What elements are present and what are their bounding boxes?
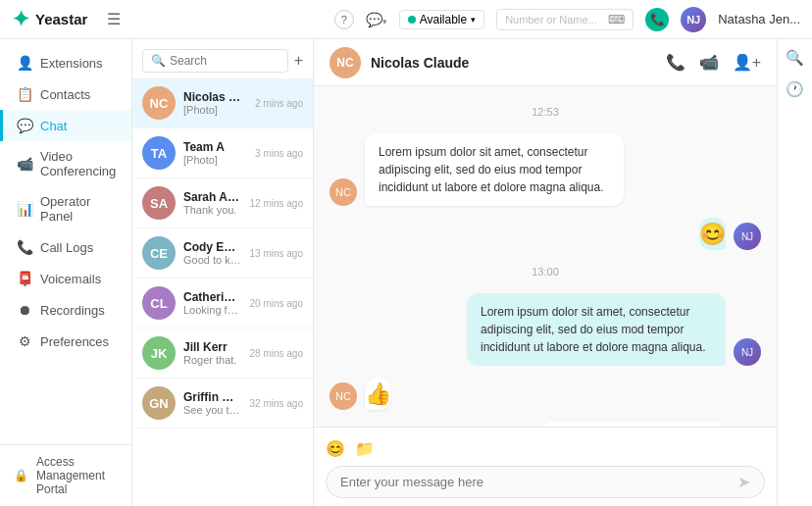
message-row-thumbs: NC 👍 bbox=[330, 378, 761, 410]
search-messages-icon[interactable]: 🔍 bbox=[786, 49, 804, 67]
chat-time: 13 mins ago bbox=[250, 248, 303, 259]
chat-info: Griffin Newton See you then. bbox=[183, 390, 242, 416]
topbar-right: ? 💬▾ Available ▾ Number or Name... ⌨ 📞 N… bbox=[334, 7, 800, 32]
sidebar: 👤 Extensions 📋 Contacts 💬 Chat 📹 Video C… bbox=[0, 39, 132, 506]
list-item[interactable]: GN Griffin Newton See you then. 32 mins … bbox=[132, 379, 313, 429]
sidebar-item-calllogs[interactable]: 📞 Call Logs bbox=[0, 231, 131, 263]
message-row-outgoing: NJ Lorem ipsum dolor sit amet, consectet… bbox=[330, 293, 761, 366]
access-management-item[interactable]: 🔒 Access Management Portal bbox=[14, 455, 118, 496]
chat-time: 12 mins ago bbox=[250, 198, 303, 209]
chat-name: Griffin Newton bbox=[183, 390, 242, 404]
add-chat-button[interactable]: + bbox=[294, 53, 303, 69]
chat-time: 32 mins ago bbox=[250, 398, 303, 409]
chat-input-area: 😊 📁 ➤ bbox=[314, 427, 777, 506]
preferences-icon: ⚙ bbox=[17, 333, 32, 349]
chat-list-header: 🔍 + bbox=[132, 39, 313, 78]
chat-info: Nicolas Claude [Photo] bbox=[183, 90, 247, 116]
video-icon: 📹 bbox=[17, 156, 32, 172]
list-item[interactable]: NC Nicolas Claude [Photo] 2 mins ago bbox=[132, 78, 313, 128]
sidebar-item-extensions[interactable]: 👤 Extensions bbox=[0, 47, 131, 78]
chat-info: Cody Easton Good to know. bbox=[183, 240, 242, 266]
user-name: Natasha Jen... bbox=[718, 12, 800, 26]
chat-preview: See you then. bbox=[183, 404, 242, 416]
chat-search[interactable]: 🔍 bbox=[142, 49, 288, 73]
sidebar-label-extensions: Extensions bbox=[40, 56, 103, 71]
list-item[interactable]: CL Catherine Lord Looking forward to it.… bbox=[132, 278, 313, 329]
avatar: SA bbox=[142, 186, 176, 220]
sidebar-nav: 👤 Extensions 📋 Contacts 💬 Chat 📹 Video C… bbox=[0, 39, 131, 444]
chat-name: Cody Easton bbox=[183, 240, 242, 254]
message-row-incoming: NC Lorem ipsum dolor sit amet, consectet… bbox=[330, 133, 761, 206]
user-msg-avatar: NJ bbox=[734, 223, 761, 250]
chat-info: Sarah Arnold Thank you. bbox=[183, 190, 242, 216]
input-tools: 😊 📁 bbox=[326, 435, 765, 462]
list-item[interactable]: TA Team A [Photo] 3 mins ago bbox=[132, 128, 313, 178]
sidebar-item-video[interactable]: 📹 Video Conferencing bbox=[0, 141, 131, 186]
message-bubble: Lorem ipsum dolor sit amet, consectetur … bbox=[467, 293, 726, 366]
sidebar-label-preferences: Preferences bbox=[40, 334, 109, 349]
call-button[interactable]: 📞 bbox=[645, 8, 669, 31]
emoji-bubble: 👍 bbox=[365, 378, 391, 410]
chat-preview: [Photo] bbox=[183, 154, 247, 166]
topbar: ✦ Yeastar ☰ ? 💬▾ Available ▾ Number or N… bbox=[0, 0, 812, 39]
dialpad-icon: ⌨ bbox=[608, 13, 625, 26]
send-icon[interactable]: ➤ bbox=[737, 473, 750, 491]
status-chevron: ▾ bbox=[471, 15, 476, 25]
contacts-icon: 📋 bbox=[17, 86, 32, 102]
sidebar-item-voicemails[interactable]: 📮 Voicemails bbox=[0, 263, 131, 294]
chat-name: Sarah Arnold bbox=[183, 190, 242, 204]
message-input[interactable] bbox=[340, 475, 737, 489]
chat-name: Catherine Lord bbox=[183, 290, 242, 304]
add-contact-icon[interactable]: 👤+ bbox=[733, 53, 761, 72]
operator-icon: 📊 bbox=[17, 201, 32, 217]
status-badge[interactable]: Available ▾ bbox=[399, 10, 484, 29]
sidebar-item-recordings[interactable]: ⏺ Recordings bbox=[0, 294, 131, 326]
main-layout: 👤 Extensions 📋 Contacts 💬 Chat 📹 Video C… bbox=[0, 39, 812, 506]
sidebar-label-contacts: Contacts bbox=[40, 87, 90, 102]
chat-name: Jill Kerr bbox=[183, 340, 242, 354]
sidebar-item-preferences[interactable]: ⚙ Preferences bbox=[0, 326, 131, 357]
avatar: CE bbox=[142, 236, 176, 270]
emoji-bubble: 😊 bbox=[699, 218, 726, 250]
chat-preview: Thank you. bbox=[183, 204, 242, 216]
message-row-emoji: NJ 😊 bbox=[330, 218, 761, 250]
sidebar-label-recordings: Recordings bbox=[40, 303, 105, 318]
sidebar-label-chat: Chat bbox=[40, 119, 67, 133]
sidebar-item-contacts[interactable]: 📋 Contacts bbox=[0, 78, 131, 110]
list-item[interactable]: SA Sarah Arnold Thank you. 12 mins ago bbox=[132, 178, 313, 228]
notifications-icon[interactable]: 💬▾ bbox=[366, 12, 387, 27]
history-icon[interactable]: 🕐 bbox=[786, 80, 804, 98]
phone-input[interactable]: Number or Name... ⌨ bbox=[496, 9, 634, 30]
avatar: JK bbox=[142, 336, 176, 370]
time-divider: 12:53 bbox=[330, 106, 761, 118]
emoji-tool-icon[interactable]: 😊 bbox=[326, 439, 345, 458]
avatar: CL bbox=[142, 286, 176, 320]
chat-info: Catherine Lord Looking forward to it. bbox=[183, 290, 242, 316]
chat-time: 20 mins ago bbox=[250, 298, 303, 309]
avatar: NJ bbox=[681, 7, 706, 32]
sidebar-item-operator[interactable]: 📊 Operator Panel bbox=[0, 186, 131, 231]
messages-area: 12:53 NC Lorem ipsum dolor sit amet, con… bbox=[314, 86, 777, 427]
file-tool-icon[interactable]: 📁 bbox=[355, 439, 375, 458]
video-header-icon[interactable]: 📹 bbox=[699, 53, 719, 72]
status-dot bbox=[408, 16, 416, 24]
search-input[interactable] bbox=[170, 54, 279, 68]
sidebar-item-chat[interactable]: 💬 Chat bbox=[0, 110, 131, 141]
chat-time: 2 mins ago bbox=[255, 98, 303, 109]
call-header-icon[interactable]: 📞 bbox=[666, 53, 685, 72]
chat-items: NC Nicolas Claude [Photo] 2 mins ago TA … bbox=[132, 78, 313, 506]
status-label: Available bbox=[420, 13, 467, 26]
msg-avatar: NC bbox=[330, 178, 357, 206]
message-input-row: ➤ bbox=[326, 466, 765, 498]
voicemails-icon: 📮 bbox=[17, 271, 32, 286]
menu-icon[interactable]: ☰ bbox=[107, 10, 121, 28]
list-item[interactable]: JK Jill Kerr Roger that. 28 mins ago bbox=[132, 329, 313, 379]
chat-info: Team A [Photo] bbox=[183, 140, 247, 166]
help-icon[interactable]: ? bbox=[334, 10, 354, 29]
sidebar-label-calllogs: Call Logs bbox=[40, 240, 93, 255]
list-item[interactable]: CE Cody Easton Good to know. 13 mins ago bbox=[132, 228, 313, 278]
recordings-icon: ⏺ bbox=[17, 302, 32, 318]
message-bubble: Lorem ipsum dolor sit amet, consectetur … bbox=[365, 133, 624, 206]
phone-placeholder: Number or Name... bbox=[505, 14, 597, 25]
chat-header-actions: 📞 📹 👤+ bbox=[666, 53, 761, 72]
